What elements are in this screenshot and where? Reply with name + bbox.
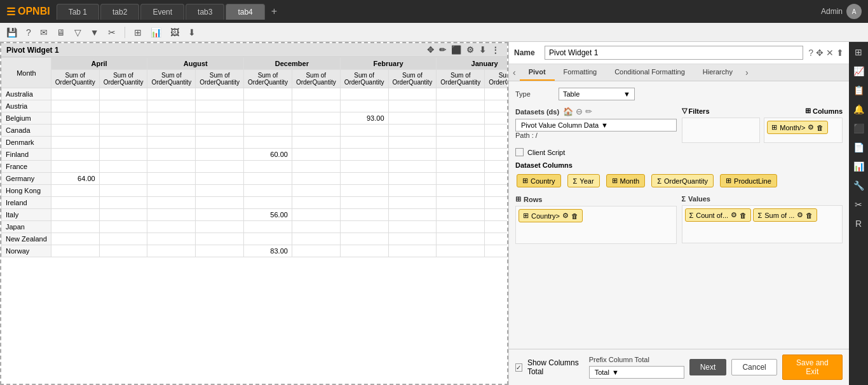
- help-button[interactable]: ?: [808, 48, 813, 58]
- pivot-value-cell: [244, 137, 292, 149]
- help-icon[interactable]: ?: [24, 26, 34, 39]
- move-icon[interactable]: ✥: [427, 45, 434, 55]
- grid-icon[interactable]: ⊞: [132, 26, 144, 39]
- next-button[interactable]: Next: [689, 359, 727, 375]
- client-script-checkbox[interactable]: [515, 148, 524, 156]
- tab-tab4[interactable]: tab4: [226, 4, 264, 20]
- rs-doc-icon[interactable]: 📄: [851, 140, 867, 155]
- edit-icon[interactable]: ✏: [439, 45, 446, 55]
- pivot-value-cell: [244, 173, 292, 185]
- chip-month[interactable]: ⊞ Month: [606, 174, 646, 187]
- tabs-prev-btn[interactable]: ‹: [509, 65, 520, 80]
- ds-icons: 🏠 ⊖ ✏: [563, 107, 592, 116]
- pivot-value-cell: [437, 100, 485, 112]
- tab-tab2[interactable]: tab2: [100, 4, 139, 20]
- pivot-value-cell: [99, 197, 147, 209]
- scissors-icon[interactable]: ✂: [105, 26, 118, 39]
- menu-icon[interactable]: ☰: [6, 6, 15, 18]
- tab-conditional-formatting[interactable]: Conditional Formatting: [606, 64, 694, 81]
- dataset-select[interactable]: Pivot Value Column Data ▼: [515, 119, 677, 132]
- ds-remove-icon[interactable]: ⊖: [576, 107, 583, 116]
- chip-orderqty[interactable]: Σ OrderQuantity: [651, 174, 714, 187]
- values-icon: Σ: [682, 195, 686, 203]
- sum-del[interactable]: 🗑: [806, 212, 813, 219]
- rs-bell-icon[interactable]: 🔔: [851, 102, 867, 117]
- ds-edit-icon[interactable]: ✏: [585, 107, 592, 116]
- more-icon[interactable]: ⋮: [491, 45, 499, 55]
- sum-edit[interactable]: ⚙: [797, 211, 803, 219]
- country-row-chip[interactable]: ⊞ Country> ⚙ 🗑: [519, 209, 583, 222]
- rs-tool-icon[interactable]: 🔧: [851, 178, 867, 193]
- pivot-value-cell: [147, 209, 196, 221]
- save-icon[interactable]: 💾: [4, 26, 20, 39]
- rs-r-icon[interactable]: R: [853, 216, 864, 231]
- count-chip[interactable]: Σ Count of... ⚙ 🗑: [685, 208, 752, 222]
- move-button[interactable]: ✥: [816, 48, 824, 58]
- pivot-value-cell: [485, 209, 507, 221]
- pivot-value-cell: [147, 185, 196, 197]
- pivot-value-cell: [292, 197, 340, 209]
- chart-icon[interactable]: 📊: [148, 26, 164, 39]
- pivot-value-cell: [51, 197, 99, 209]
- prefix-select[interactable]: Total ▼: [589, 366, 684, 379]
- rs-chart-icon[interactable]: 📈: [851, 64, 867, 79]
- country-row-del[interactable]: 🗑: [571, 212, 578, 220]
- rs-table-icon[interactable]: 📋: [851, 83, 867, 98]
- tab-formatting[interactable]: Formatting: [555, 64, 606, 81]
- download-icon[interactable]: ⬇: [479, 45, 486, 55]
- rs-bar-icon[interactable]: 📊: [851, 159, 867, 174]
- sum-label: Sum of ...: [764, 212, 794, 219]
- tab-hierarchy[interactable]: Hierarchy: [694, 64, 742, 81]
- count-edit[interactable]: ⚙: [731, 211, 737, 219]
- rs-grid-icon[interactable]: ⊞: [852, 44, 865, 60]
- save-exit-button[interactable]: Save and Exit: [782, 355, 843, 380]
- ds-home-icon[interactable]: 🏠: [563, 107, 573, 116]
- tab-tab1[interactable]: Tab 1: [57, 4, 99, 20]
- settings-icon[interactable]: ⚙: [466, 45, 474, 55]
- sum-chip[interactable]: Σ Sum of ... ⚙ 🗑: [753, 208, 817, 222]
- month-february: February: [340, 58, 437, 70]
- mail-icon[interactable]: ✉: [37, 26, 50, 39]
- close-button[interactable]: ✕: [826, 48, 834, 58]
- cancel-button[interactable]: Cancel: [731, 359, 776, 375]
- tab-event[interactable]: Event: [140, 4, 184, 20]
- widget-name-input[interactable]: [545, 46, 803, 60]
- rs-box-icon[interactable]: ⬛: [851, 121, 867, 136]
- tab-pivot[interactable]: Pivot: [520, 64, 555, 81]
- chip-country[interactable]: ⊞ Country: [517, 174, 561, 187]
- export-icon[interactable]: ⬇: [186, 26, 198, 39]
- country-cell: Germany: [2, 173, 51, 185]
- monitor-icon[interactable]: 🖥: [54, 26, 68, 39]
- pivot-value-cell: [388, 197, 437, 209]
- chip-year[interactable]: Σ Year: [567, 174, 600, 187]
- config-icon[interactable]: ⬛: [451, 45, 461, 55]
- chip-productline[interactable]: ⊞ ProductLine: [720, 174, 777, 187]
- month-chip-edit[interactable]: ⚙: [808, 123, 814, 132]
- expand-button[interactable]: ⬆: [836, 48, 844, 58]
- month-august: August: [147, 58, 244, 70]
- country-row-edit[interactable]: ⚙: [562, 212, 569, 220]
- dropdown-icon[interactable]: ▼: [88, 26, 102, 39]
- tab-tab3[interactable]: tab3: [186, 4, 224, 20]
- path-value: /: [536, 132, 538, 139]
- sum-icon: Σ: [757, 212, 762, 219]
- add-tab-button[interactable]: +: [266, 3, 282, 20]
- pivot-value-cell: [147, 197, 196, 209]
- type-select[interactable]: Table ▼: [559, 88, 635, 100]
- rs-cut-icon[interactable]: ✂: [852, 197, 865, 212]
- month-column-chip[interactable]: ⊞ Month/> ⚙ 🗑: [767, 121, 828, 134]
- image-icon[interactable]: 🖼: [168, 26, 182, 39]
- pivot-value-cell: [340, 185, 388, 197]
- pivot-value-cell: [388, 112, 437, 125]
- count-del[interactable]: 🗑: [740, 212, 747, 219]
- country-cell: Austria: [2, 100, 51, 112]
- filter-icon[interactable]: ▽: [72, 26, 84, 39]
- pivot-value-cell: [51, 88, 99, 100]
- tabs-next-btn[interactable]: ›: [742, 65, 752, 80]
- month-chip-del[interactable]: 🗑: [817, 124, 824, 132]
- type-label: Type: [515, 90, 553, 98]
- pivot-value-cell: [292, 221, 340, 233]
- pivot-value-cell: [388, 221, 437, 233]
- pivot-table-container[interactable]: Month April August December February Jan…: [1, 57, 507, 380]
- show-total-checkbox[interactable]: [515, 363, 522, 372]
